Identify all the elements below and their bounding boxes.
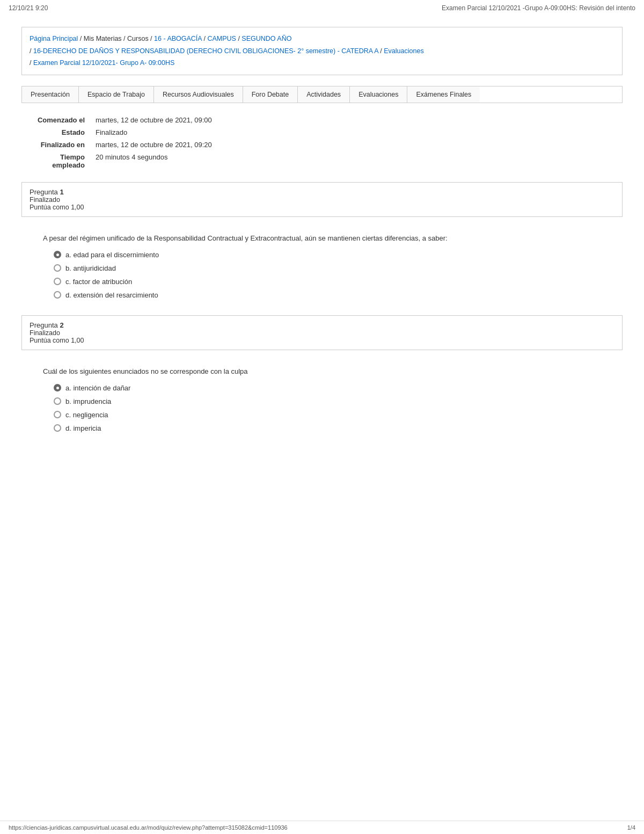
question-1-label: Pregunta 1 <box>30 188 614 196</box>
question-2-box: Pregunta 2 Finalizado Puntúa como 1,00 <box>21 315 623 350</box>
option-1a: a. edad para el discernimiento <box>54 251 601 259</box>
breadcrumb-link-campus[interactable]: CAMPUS <box>207 35 236 42</box>
info-row-finished: Finalizado en martes, 12 de octubre de 2… <box>21 139 623 151</box>
option-2d-label: d. impericia <box>65 424 101 432</box>
tab-evaluaciones[interactable]: Evaluaciones <box>350 86 407 103</box>
radio-1a <box>54 251 61 258</box>
tab-presentacion[interactable]: Presentación <box>22 86 79 103</box>
started-value: martes, 12 de octubre de 2021, 09:00 <box>91 114 623 126</box>
option-1b-label: b. antijuridicidad <box>65 264 116 272</box>
nav-tabs: Presentación Espacio de Trabajo Recursos… <box>21 86 623 103</box>
info-row-status: Estado Finalizado <box>21 126 623 139</box>
footer-url: https://ciencias-juridicas.campusvirtual… <box>9 824 288 831</box>
radio-1d <box>54 291 61 299</box>
question-2-status: Finalizado <box>30 329 614 337</box>
option-2c-label: c. negligencia <box>65 411 108 419</box>
question-1-options: a. edad para el discernimiento b. antiju… <box>43 251 601 299</box>
finished-value: martes, 12 de octubre de 2021, 09:20 <box>91 139 623 151</box>
tab-espacio-trabajo[interactable]: Espacio de Trabajo <box>79 86 154 103</box>
finished-label: Finalizado en <box>21 139 91 151</box>
time-label: Tiempo empleado <box>21 151 91 171</box>
option-2d: d. impericia <box>54 424 601 432</box>
status-label: Estado <box>21 126 91 139</box>
status-value: Finalizado <box>91 126 623 139</box>
top-bar: 12/10/21 9:20 Examen Parcial 12/10/2021 … <box>0 0 644 16</box>
footer-page-info: 1/4 <box>627 824 635 831</box>
question-1-body: A pesar del régimen unificado de la Resp… <box>21 226 623 315</box>
question-2-options: a. intención de dañar b. imprudencia c. … <box>43 384 601 432</box>
datetime-label: 12/10/21 9:20 <box>9 4 48 12</box>
option-2b: b. imprudencia <box>54 397 601 405</box>
breadcrumb-link-segundo-anio[interactable]: SEGUNDO AÑO <box>241 35 291 42</box>
question-2-text: Cuál de los siguientes enunciados no se … <box>43 367 601 375</box>
tab-examenes-finales[interactable]: Exámenes Finales <box>407 86 480 103</box>
question-2-label: Pregunta 2 <box>30 321 614 329</box>
question-1-text: A pesar del régimen unificado de la Resp… <box>43 234 601 242</box>
question-1-box: Pregunta 1 Finalizado Puntúa como 1,00 <box>21 182 623 217</box>
main-content: Página Principal / Mis Materias / Cursos… <box>0 16 644 459</box>
option-2a-label: a. intención de dañar <box>65 384 130 392</box>
radio-2c <box>54 411 61 418</box>
breadcrumb-link-abogacia[interactable]: 16 - ABOGACÍA <box>154 35 202 42</box>
breadcrumb-link-derecho[interactable]: 16-DERECHO DE DAÑOS Y RESPONSABILIDAD (D… <box>33 47 378 55</box>
started-label: Comenzado el <box>21 114 91 126</box>
option-1d-label: d. extensión del resarcimiento <box>65 291 158 299</box>
radio-1c <box>54 278 61 285</box>
question-2-body: Cuál de los siguientes enunciados no se … <box>21 359 623 448</box>
breadcrumb-link-examen[interactable]: Examen Parcial 12/10/2021- Grupo A- 09:0… <box>33 59 174 67</box>
tab-actividades[interactable]: Actividades <box>298 86 350 103</box>
radio-2b <box>54 397 61 405</box>
info-row-time: Tiempo empleado 20 minutos 4 segundos <box>21 151 623 171</box>
tab-recursos-audiovisuales[interactable]: Recursos Audiovisuales <box>154 86 243 103</box>
option-2c: c. negligencia <box>54 411 601 419</box>
page-title-header: Examen Parcial 12/10/2021 -Grupo A-09:00… <box>442 4 635 12</box>
option-1c-label: c. factor de atribución <box>65 278 132 286</box>
option-2b-label: b. imprudencia <box>65 397 111 405</box>
question-1-score: Puntúa como 1,00 <box>30 204 614 211</box>
info-row-started: Comenzado el martes, 12 de octubre de 20… <box>21 114 623 126</box>
time-value: 20 minutos 4 segundos <box>91 151 623 171</box>
page-footer: https://ciencias-juridicas.campusvirtual… <box>0 821 644 834</box>
tab-foro-debate[interactable]: Foro Debate <box>243 86 298 103</box>
radio-1b <box>54 264 61 272</box>
breadcrumb-link-evaluaciones[interactable]: Evaluaciones <box>384 47 423 55</box>
option-2a: a. intención de dañar <box>54 384 601 392</box>
radio-2a <box>54 384 61 391</box>
breadcrumb-link-home[interactable]: Página Principal <box>30 35 78 42</box>
option-1b: b. antijuridicidad <box>54 264 601 272</box>
info-table: Comenzado el martes, 12 de octubre de 20… <box>21 114 623 171</box>
radio-2d <box>54 424 61 432</box>
option-1a-label: a. edad para el discernimiento <box>65 251 159 259</box>
option-1d: d. extensión del resarcimiento <box>54 291 601 299</box>
option-1c: c. factor de atribución <box>54 278 601 286</box>
breadcrumb: Página Principal / Mis Materias / Cursos… <box>21 27 623 75</box>
question-2-score: Puntúa como 1,00 <box>30 337 614 344</box>
question-1-status: Finalizado <box>30 196 614 204</box>
